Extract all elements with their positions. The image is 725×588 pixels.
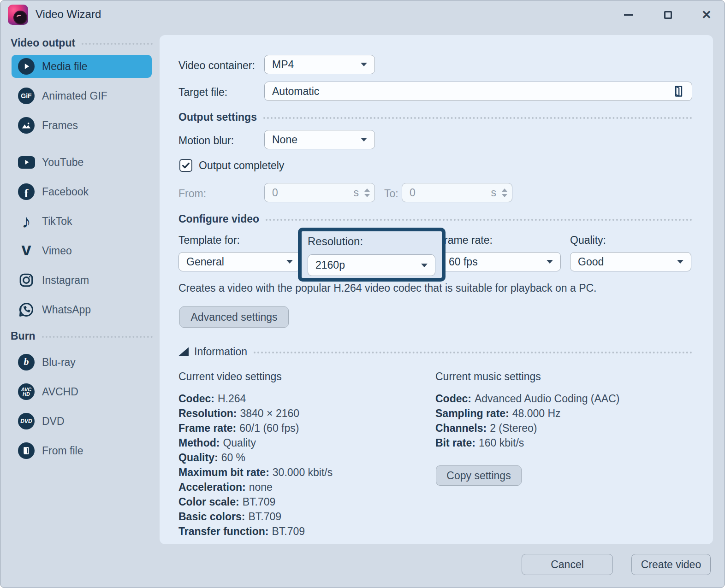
frames-icon: [17, 116, 36, 135]
from-label: From:: [178, 188, 206, 200]
cancel-button[interactable]: Cancel: [522, 554, 613, 575]
info-row: Frame rate:60/1 (60 fps): [178, 421, 333, 435]
close-icon: ✕: [701, 9, 712, 21]
chevron-down-icon: [547, 260, 553, 264]
sidebar-item-dvd[interactable]: DVD DVD: [12, 410, 152, 433]
dotted-divider: [82, 43, 153, 45]
sidebar-item-instagram[interactable]: Instagram: [12, 269, 152, 292]
info-row: Sampling rate:48.000 Hz: [435, 406, 619, 421]
maximize-icon: [664, 11, 672, 19]
checkbox-icon: [179, 159, 192, 172]
info-row: Codec:H.264: [178, 391, 333, 406]
from-file-icon: [17, 441, 36, 460]
chevron-down-icon: [286, 260, 293, 264]
spinner-arrows[interactable]: [364, 188, 370, 197]
chevron-down-icon: [361, 138, 367, 141]
sidebar-item-avchd[interactable]: AVCHD AVCHD: [12, 380, 152, 403]
sidebar-item-media-file[interactable]: Media file: [12, 55, 152, 78]
current-video-settings: Current video settings Codec:H.264 Resol…: [178, 370, 333, 539]
information-header: Information: [178, 345, 692, 359]
sidebar-item-blu-ray[interactable]: b Blu-ray: [12, 351, 152, 374]
info-row: Channels:2 (Stereo): [435, 421, 619, 435]
to-spinner[interactable]: 0 s: [402, 183, 512, 202]
motion-blur-label: Motion blur:: [178, 135, 234, 147]
info-row: Basic colors:BT.709: [178, 509, 333, 524]
sidebar-item-vimeo[interactable]: v Vimeo: [12, 239, 152, 262]
resolution-select[interactable]: 2160p: [308, 254, 435, 276]
output-completely-checkbox[interactable]: Output completely: [179, 159, 284, 172]
quality-select[interactable]: Good: [570, 252, 691, 271]
frame-rate-label: Frame rate:: [438, 234, 493, 247]
gif-icon: GiF: [17, 87, 36, 105]
collapse-triangle-icon[interactable]: [178, 347, 189, 356]
sidebar: Video output Media file GiF Animated GIF…: [0, 29, 160, 588]
avchd-icon: AVCHD: [17, 382, 36, 401]
chevron-down-icon: [677, 260, 683, 264]
quality-label: Quality:: [570, 234, 606, 247]
info-row: Codec:Advanced Audio Coding (AAC): [435, 391, 619, 406]
sidebar-item-animated-gif[interactable]: GiF Animated GIF: [12, 84, 152, 107]
sidebar-item-tiktok[interactable]: ♪ TikTok: [12, 210, 152, 233]
info-row: Maximum bit rate:30.000 kbit/s: [178, 465, 333, 480]
info-row: Quality:60 %: [178, 450, 333, 465]
sidebar-item-facebook[interactable]: f Facebook: [12, 180, 152, 203]
target-file-label: Target file:: [178, 86, 227, 99]
info-row: Transfer function:BT.709: [178, 524, 333, 539]
app-window: Video Wizard ✕ Video output Media file G…: [0, 0, 725, 588]
resolution-highlight-box: Resolution: 2160p: [298, 228, 446, 282]
info-row: Acceleration:none: [178, 480, 333, 494]
dotted-divider: [266, 219, 692, 221]
chevron-down-icon: [361, 63, 367, 66]
facebook-icon: f: [17, 182, 36, 201]
sidebar-item-whatsapp[interactable]: WhatsApp: [12, 298, 152, 321]
advanced-settings-button[interactable]: Advanced settings: [179, 306, 289, 328]
current-music-settings: Current music settings Codec:Advanced Au…: [435, 370, 619, 450]
video-settings-title: Current video settings: [178, 370, 333, 383]
youtube-icon: [17, 153, 36, 171]
create-video-button[interactable]: Create video: [631, 554, 711, 575]
info-row: Method:Quality: [178, 435, 333, 450]
dvd-icon: DVD: [17, 412, 36, 430]
dotted-divider: [42, 336, 153, 338]
sidebar-item-youtube[interactable]: YouTube: [12, 151, 152, 174]
video-output-header: Video output: [11, 35, 153, 50]
dotted-divider: [254, 352, 692, 353]
copy-settings-button[interactable]: Copy settings: [436, 465, 522, 486]
lens-icon: [13, 11, 27, 24]
info-row: Bit rate:160 kbit/s: [435, 435, 619, 450]
info-row: Resolution:3840 × 2160: [178, 406, 333, 421]
app-icon: [8, 5, 28, 25]
output-settings-header: Output settings: [178, 110, 692, 124]
template-for-label: Template for:: [178, 234, 240, 247]
target-file-field[interactable]: Automatic: [264, 82, 692, 101]
tiktok-icon: ♪: [17, 212, 36, 230]
info-row: Color scale:BT.709: [178, 494, 333, 509]
resolution-label: Resolution:: [308, 235, 363, 248]
close-button[interactable]: ✕: [698, 6, 715, 24]
template-for-select[interactable]: General: [178, 252, 301, 271]
template-description: Creates a video with the popular H.264 v…: [178, 282, 596, 294]
play-icon: [17, 57, 36, 76]
browse-target-file-button[interactable]: [670, 83, 687, 100]
spinner-arrows[interactable]: [502, 188, 507, 197]
video-container-select[interactable]: MP4: [264, 55, 375, 74]
sidebar-item-frames[interactable]: Frames: [12, 114, 152, 137]
titlebar: Video Wizard ✕: [0, 0, 725, 29]
dotted-divider: [263, 117, 692, 119]
instagram-icon: [17, 271, 36, 289]
bluray-icon: b: [17, 353, 36, 371]
maximize-button[interactable]: [659, 6, 677, 24]
whatsapp-icon: [17, 300, 36, 319]
main-panel: Video container: MP4 Target file: Automa…: [160, 35, 713, 544]
sidebar-item-from-file[interactable]: From file: [12, 439, 152, 462]
frame-rate-select[interactable]: 60 fps: [441, 252, 561, 271]
configure-video-header: Configure video: [178, 212, 692, 226]
minimize-button[interactable]: [619, 6, 637, 24]
from-spinner[interactable]: 0 s: [264, 183, 375, 202]
music-settings-title: Current music settings: [435, 370, 619, 383]
window-title: Video Wizard: [36, 8, 101, 21]
motion-blur-select[interactable]: None: [264, 130, 375, 149]
chevron-down-icon: [421, 264, 428, 267]
minimize-icon: [624, 14, 633, 16]
burn-header: Burn: [11, 329, 153, 343]
